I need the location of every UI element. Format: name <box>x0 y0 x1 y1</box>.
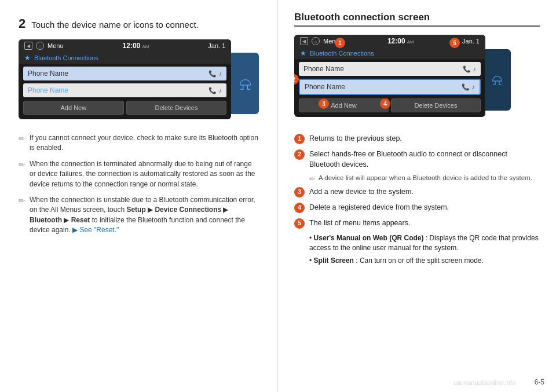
note-link[interactable]: ▶ See "Reset." <box>72 226 119 234</box>
callout-num-2-container: 2 <box>294 74 299 85</box>
desc-text-5: The list of menu items appears. <box>309 218 540 228</box>
desc-num-3: 3 <box>294 187 305 197</box>
right-phone-name-2: Phone Name <box>305 83 345 91</box>
right-bt-label: Bluetooth Connections <box>310 50 374 57</box>
time-display: 12:00 AM <box>123 42 149 50</box>
device-screen-wrapper: ◀ ⌂ Menu 12:00 AM Jan. 1 ★ Bluetooth Con… <box>19 39 259 127</box>
desc-item-3: 3 Add a new device to the system. <box>294 186 540 197</box>
callout-num-1: 1 <box>335 38 345 48</box>
right-phone-row-1[interactable]: Phone Name 📞 ♪ <box>299 62 481 76</box>
callout-num-3: 3 <box>319 98 329 109</box>
page-number: 6-5 <box>535 378 544 386</box>
row-icons-2: 📞 ♪ <box>209 87 222 94</box>
right-phone-row-2[interactable]: Phone Name 📞 ♪ <box>299 79 481 95</box>
device-screen: ◀ ⌂ Menu 12:00 AM Jan. 1 ★ Bluetooth Con… <box>19 39 231 119</box>
callout-1-5: 1 5 <box>335 38 460 48</box>
desc-item-2: 2 Select hands-free or Bluetooth audio t… <box>294 149 540 170</box>
right-screen-wrapper: 1 5 2 3 4 ◀ ⌂ Menu 12:00 AM Jan <box>294 35 540 125</box>
note-3: ✏ When the connection is unstable due to… <box>19 195 259 236</box>
step-title: Touch the device name or icons to connec… <box>31 20 199 30</box>
section-title: Bluetooth connection screen <box>294 12 540 27</box>
right-topbar-left: ◀ ⌂ Menu <box>300 37 339 45</box>
desc-text-3: Add a new device to the system. <box>309 186 540 197</box>
callout-num-5: 5 <box>449 38 460 48</box>
time-ampm: AM <box>142 44 149 49</box>
row-icons-1: 📞 ♪ <box>209 70 222 78</box>
menu-label: Menu <box>47 42 64 49</box>
desc-num-5: 5 <box>294 218 305 229</box>
note-icon-1: ✏ <box>19 134 25 145</box>
desc-item-5: 5 The list of menu items appears. <box>294 218 540 229</box>
callout-num-4: 4 <box>380 98 390 109</box>
phone-name-row-selected[interactable]: Phone Name 📞 ♪ <box>23 67 226 80</box>
note-bold-reset: Reset <box>71 216 90 224</box>
add-new-button[interactable]: Add New <box>23 101 124 115</box>
watermark: carmanualsonline.info <box>453 379 515 386</box>
left-panel: 2 Touch the device name or icons to conn… <box>0 0 278 392</box>
topbar-left: ◀ ⌂ Menu <box>24 42 64 50</box>
right-screen-date: Jan. 1 <box>462 38 480 45</box>
bullet-list-5: User's Manual on Web (QR Code) : Display… <box>309 233 540 265</box>
note-text-3: When the connection is unstable due to a… <box>30 195 259 236</box>
notes-section: ✏ If you cannot connect your device, che… <box>19 133 259 236</box>
bullet-bold-1: User's Manual on Web (QR Code) <box>314 234 424 242</box>
right-row-icons-2: 📞 ♪ <box>462 83 475 91</box>
note-icon-2: ✏ <box>19 160 25 171</box>
screen-footer: Add New Delete Devices <box>23 101 226 115</box>
note-1: ✏ If you cannot connect your device, che… <box>19 133 259 153</box>
desc-item-1: 1 Returns to the previous step. <box>294 133 540 144</box>
bullet-item-1: User's Manual on Web (QR Code) : Display… <box>309 233 540 253</box>
bluetooth-icon-small: ★ <box>24 54 31 62</box>
note-icon-3: ✏ <box>19 196 25 207</box>
descriptions-list: 1 Returns to the previous step. 2 Select… <box>294 133 540 266</box>
note-2: ✏ When the connection is terminated abno… <box>19 159 259 189</box>
phone-name-row-2[interactable]: Phone Name 📞 ♪ <box>23 83 226 97</box>
callout-num-2: 2 <box>294 74 299 85</box>
note-text-2: When the connection is terminated abnorm… <box>30 159 259 189</box>
desc-num-1: 1 <box>294 134 305 144</box>
screen-date: Jan. 1 <box>208 42 225 49</box>
bullet-bold-2: Split Screen <box>314 257 354 265</box>
right-delete-devices-button[interactable]: Delete Devices <box>391 98 481 112</box>
home-button[interactable]: ⌂ <box>36 42 44 50</box>
back-button[interactable]: ◀ <box>24 42 32 50</box>
desc-num-4: 4 <box>294 203 305 213</box>
desc-num-2: 2 <box>294 149 305 160</box>
desc-item-4: 4 Delete a registered device from the sy… <box>294 202 540 213</box>
desc-text-1: Returns to the previous step. <box>309 133 540 144</box>
right-bt-connections-bar: ★ Bluetooth Connections <box>294 47 485 59</box>
right-phone-icon-1: 📞 <box>463 65 471 73</box>
phone-icon-2: 📞 <box>209 87 217 94</box>
phone-icon: 📞 <box>209 70 217 78</box>
phone-name-2: Phone Name <box>28 86 68 94</box>
right-phone-icon-2: 📞 <box>462 83 470 91</box>
right-bt-icon: ★ <box>300 49 306 57</box>
desc-text-2: Select hands-free or Bluetooth audio to … <box>309 149 540 170</box>
right-phone-name-1: Phone Name <box>303 65 344 73</box>
subnote-text-2: A device list will appear when a Bluetoo… <box>319 174 532 181</box>
bullet-text-2: : Can turn on or off the split screen mo… <box>356 257 484 265</box>
callout-3-4: 3 4 <box>319 98 390 109</box>
step-header: 2 Touch the device name or icons to conn… <box>19 16 259 31</box>
bt-connections-bar: ★ Bluetooth Connections <box>19 52 231 64</box>
right-back-button[interactable]: ◀ <box>300 37 308 45</box>
right-row-icons-1: 📞 ♪ <box>463 65 477 73</box>
bluetooth-logo-large: ⍾ <box>231 53 259 114</box>
music-icon-2: ♪ <box>219 87 222 94</box>
right-panel: Bluetooth connection screen 1 5 2 3 4 ◀ … <box>278 0 556 392</box>
desc-subnote-2: ✏ A device list will appear when a Bluet… <box>309 174 540 183</box>
bt-connections-label: Bluetooth Connections <box>34 54 98 61</box>
note-bold-bluetooth: Bluetooth <box>30 216 62 224</box>
delete-devices-button[interactable]: Delete Devices <box>126 101 227 115</box>
note-bold-device-connections: Device Connections <box>155 206 221 214</box>
bullet-item-2: Split Screen : Can turn on or off the sp… <box>309 256 540 266</box>
phone-name-1: Phone Name <box>28 69 68 78</box>
right-bt-logo: ⍾ <box>483 49 511 111</box>
right-home-button[interactable]: ⌂ <box>312 37 320 45</box>
note-text-1: If you cannot connect your device, check… <box>30 133 259 153</box>
right-device-screen: 1 5 2 3 4 ◀ ⌂ Menu 12:00 AM Jan <box>294 35 485 117</box>
right-music-icon-2: ♪ <box>472 83 475 91</box>
desc-text-4: Delete a registered device from the syst… <box>309 202 540 213</box>
note-bold-setup: Setup <box>126 206 145 214</box>
right-music-icon-1: ♪ <box>473 65 477 73</box>
